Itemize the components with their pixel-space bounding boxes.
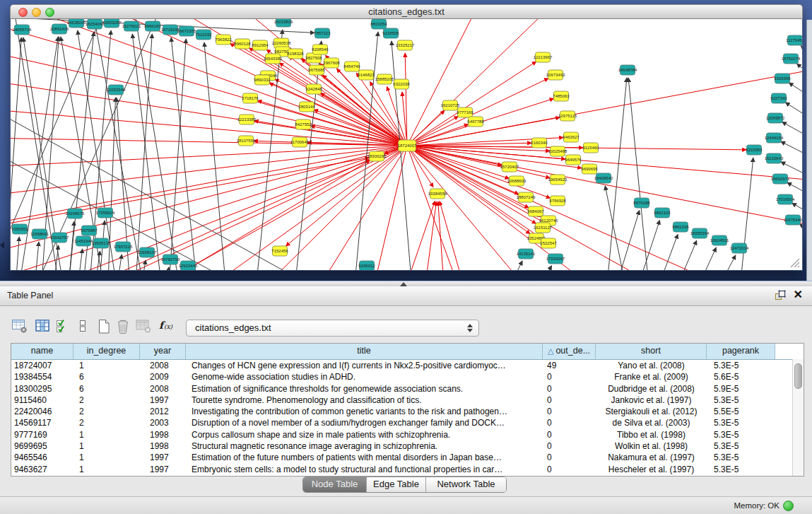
graph-node[interactable]: 9245012 xyxy=(358,261,375,270)
graph-node[interactable]: 11700645 xyxy=(290,137,310,147)
graph-node[interactable]: 7485063 xyxy=(553,91,570,101)
graph-node[interactable]: 10924501 xyxy=(710,235,729,245)
delete-table-icon[interactable] xyxy=(135,318,152,337)
table-mode-icon[interactable] xyxy=(11,318,28,337)
graph-node[interactable]: 10688609 xyxy=(507,176,526,186)
graph-node[interactable]: 12444154 xyxy=(765,133,784,143)
graph-node[interactable]: 12213383 xyxy=(237,115,257,124)
graph-node[interactable]: 9329366 xyxy=(774,74,791,83)
graph-node[interactable]: 8912954 xyxy=(252,40,269,50)
scrollbar-thumb[interactable] xyxy=(794,363,802,389)
table-row[interactable]: 1830029562008Estimation of significance … xyxy=(11,383,804,395)
show-columns-icon[interactable] xyxy=(35,318,52,337)
graph-node[interactable]: 19654923 xyxy=(548,175,567,185)
graph-node[interactable]: 2522547 xyxy=(540,238,557,248)
graph-node[interactable]: 20206576 xyxy=(66,209,85,218)
graph-node[interactable]: 9463627 xyxy=(563,132,579,142)
graph-node[interactable]: 21053346 xyxy=(107,85,126,95)
table-row[interactable]: 1938455462009Genome-wide association stu… xyxy=(11,371,804,382)
tab-edge-table[interactable]: Edge Table xyxy=(367,477,426,492)
graph-node[interactable]: 16782759 xyxy=(161,255,180,264)
graph-node[interactable]: 9227343 xyxy=(770,93,787,103)
graph-node[interactable]: 12472034 xyxy=(730,243,749,253)
graph-node[interactable]: 9756928 xyxy=(549,196,566,206)
table-row[interactable]: 1456911722003Disruption of a novel membe… xyxy=(11,417,804,428)
graph-node[interactable]: 16409540 xyxy=(594,173,613,183)
graph-node[interactable]: 13942757 xyxy=(50,233,69,243)
graph-node[interactable]: 2803144 xyxy=(298,102,315,112)
table-row[interactable]: 977716911998Corpus callosum shape and si… xyxy=(11,429,804,440)
graph-node[interactable]: 8960128 xyxy=(234,39,251,49)
panel-collapse-arrow-icon[interactable] xyxy=(0,242,4,249)
graph-node[interactable]: 18724007 xyxy=(398,140,417,151)
graph-node[interactable]: 9862103 xyxy=(654,208,671,218)
graph-node[interactable]: 19384554 xyxy=(428,189,447,199)
close-window-icon[interactable] xyxy=(18,8,28,17)
graph-node[interactable]: 15720407 xyxy=(500,162,519,172)
graph-node[interactable]: 6322038 xyxy=(393,79,410,89)
graph-node[interactable]: 9649576 xyxy=(565,155,582,165)
table-row[interactable]: 911546021997Tourette syndrome. Phenomeno… xyxy=(11,395,804,406)
table-row[interactable]: 969969511998Structural magnetic resonanc… xyxy=(11,440,804,452)
row-format-icon[interactable] xyxy=(76,318,89,337)
graph-node[interactable]: 11675340 xyxy=(784,215,803,225)
graph-node[interactable]: 20891406 xyxy=(50,24,69,34)
graph-node[interactable]: 13325217 xyxy=(396,40,415,50)
graph-node[interactable]: 11568691 xyxy=(30,229,49,239)
graph-node[interactable]: 11451944 xyxy=(74,236,93,246)
close-panel-icon[interactable]: ✕ xyxy=(794,288,803,302)
graph-node[interactable]: 7152456 xyxy=(271,246,288,256)
graph-node[interactable]: 9684067 xyxy=(527,206,544,216)
graph-node[interactable]: 13505135 xyxy=(92,238,111,248)
graph-node[interactable]: 15692971 xyxy=(771,174,790,184)
graph-node[interactable]: 16648784 xyxy=(618,65,637,75)
tab-node-table[interactable]: Node Table xyxy=(303,477,367,492)
graph-node[interactable]: 10653287 xyxy=(102,19,122,28)
graph-node[interactable]: 7512032 xyxy=(195,30,212,40)
minimize-window-icon[interactable] xyxy=(32,8,41,17)
graph-node[interactable]: 8813054 xyxy=(370,19,387,29)
graph-node[interactable]: 15276021 xyxy=(122,21,141,31)
graph-node[interactable]: 16638205 xyxy=(67,19,86,28)
graph-node[interactable]: 16955364 xyxy=(690,228,710,238)
graph-node[interactable]: 16210643 xyxy=(765,153,784,163)
window-titlebar[interactable]: citations_edges.txt xyxy=(10,4,803,19)
graph-node[interactable]: 17957225 xyxy=(114,242,133,252)
graph-node[interactable]: 16151127 xyxy=(534,223,553,233)
graph-node[interactable]: 9777169 xyxy=(457,107,473,117)
tab-network-table[interactable]: Network Table xyxy=(426,477,506,492)
network-window[interactable]: citations_edges.txt 18300295193845547963… xyxy=(10,4,803,271)
graph-node[interactable]: 12923446 xyxy=(179,261,198,270)
graph-node[interactable]: 11173451 xyxy=(786,35,803,45)
graph-node[interactable]: 15885205 xyxy=(375,74,394,84)
graph-node[interactable]: 8679188 xyxy=(633,198,650,208)
graph-node[interactable]: 17359924 xyxy=(96,208,115,218)
graph-node[interactable]: 9890332 xyxy=(254,75,271,85)
graph-node[interactable]: 2160340 xyxy=(531,138,548,148)
panel-titlebar[interactable]: Table Panel ✕ xyxy=(0,286,812,306)
table-row[interactable]: 1872400712008Changes of HCN gene express… xyxy=(11,360,804,371)
table-scrollbar[interactable] xyxy=(792,359,804,476)
graph-node[interactable]: 10025488 xyxy=(548,146,567,156)
table-row[interactable]: 2242004622012Investigating the contribut… xyxy=(11,406,804,417)
graph-node[interactable]: 18807249 xyxy=(517,192,536,202)
graph-node[interactable]: 9975887 xyxy=(81,226,98,235)
graph-node[interactable]: 8198328 xyxy=(287,49,304,59)
graph-node[interactable]: 12213967 xyxy=(534,52,553,62)
graph-node[interactable]: 7857223 xyxy=(314,28,331,38)
graph-node[interactable]: 9218506 xyxy=(382,28,399,38)
graph-node[interactable]: 16210725 xyxy=(441,100,460,110)
column-header-short[interactable]: short xyxy=(596,344,707,359)
graph-node[interactable]: 2718176 xyxy=(242,93,259,103)
graph-node[interactable]: 8215953 xyxy=(746,145,763,155)
graph-node[interactable]: 12093872 xyxy=(766,113,785,123)
graph-node[interactable]: 9699695 xyxy=(581,164,598,174)
function-builder-icon[interactable]: f(x) xyxy=(158,318,177,335)
column-header-year[interactable]: year xyxy=(140,344,186,359)
graph-node[interactable]: 16033809 xyxy=(274,19,293,27)
graph-node[interactable]: 10958107 xyxy=(138,247,157,257)
table-row[interactable]: 946362711997Embryonic stem cells: a mode… xyxy=(11,464,804,475)
column-header-pagerank[interactable]: pagerank xyxy=(707,344,775,359)
graph-node[interactable]: 9146821 xyxy=(358,70,375,80)
graph-node[interactable]: 6497788 xyxy=(467,117,484,127)
